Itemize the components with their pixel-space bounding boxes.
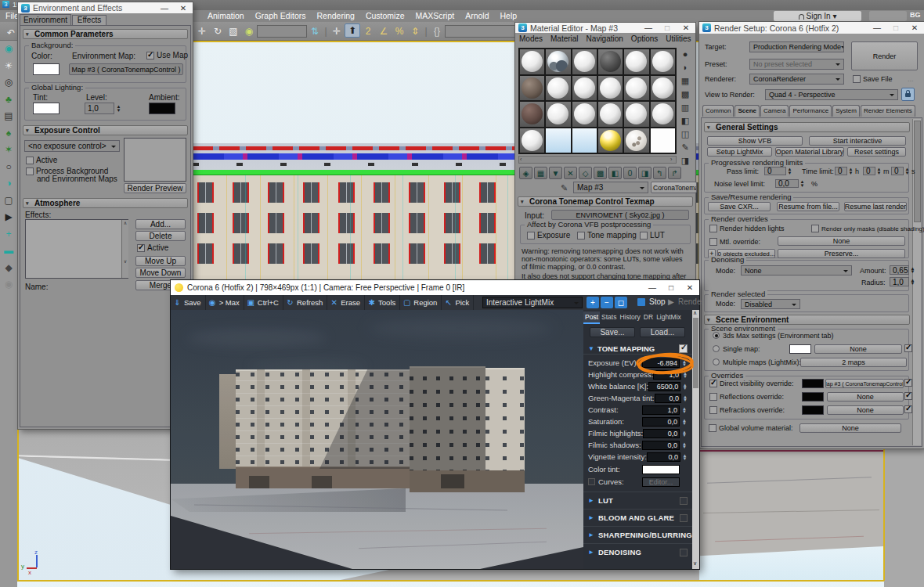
global-volume-button[interactable]: None: [799, 423, 901, 433]
lightmix-maps-button[interactable]: 2 maps: [800, 358, 907, 367]
percent-snap-icon[interactable]: %: [392, 23, 407, 39]
render-preview-button[interactable]: Render Preview: [124, 183, 186, 193]
mtl-nav-icon[interactable]: ✎: [678, 141, 692, 154]
material-slot[interactable]: [624, 49, 648, 74]
minimize-icon[interactable]: —: [868, 23, 886, 32]
vfb-tab-post[interactable]: Post: [583, 312, 600, 324]
sep2[interactable]: |: [423, 23, 429, 39]
vfb-section-bloom-and-glare[interactable]: ►BLOOM AND GLARE: [583, 509, 692, 526]
preset-dropdown[interactable]: No preset selected: [749, 59, 844, 70]
single-map-swatch[interactable]: [789, 344, 811, 354]
close-icon[interactable]: ✕: [677, 23, 695, 32]
material-slot[interactable]: [546, 76, 570, 101]
tonemap-value[interactable]: 6500,0: [648, 382, 680, 391]
material-slot[interactable]: [572, 102, 597, 127]
render-button[interactable]: Render: [851, 41, 918, 70]
start-interactive-button[interactable]: Start interactive: [809, 136, 906, 146]
close-icon[interactable]: ✕: [905, 23, 924, 32]
maximize-icon[interactable]: □: [662, 283, 680, 292]
material-slot[interactable]: [520, 102, 544, 127]
camera-add-icon[interactable]: +: [0, 226, 17, 243]
plant-icon[interactable]: ✶: [0, 142, 17, 159]
material-name-dropdown[interactable]: Map #3: [573, 182, 648, 193]
video-check-icon[interactable]: ▥: [678, 101, 692, 114]
lightmix-dropdown[interactable]: Interactive LightMix: [482, 297, 583, 308]
environment-map-button[interactable]: Map #3 ( CoronaTonemapControl ): [69, 63, 183, 75]
put-library-icon[interactable]: ▩: [594, 167, 607, 179]
vfb-tools-button[interactable]: ✱Tools: [365, 295, 400, 310]
material-slot[interactable]: [651, 128, 675, 153]
backlight-icon[interactable]: ◗: [678, 61, 692, 74]
camera-icon[interactable]: ◎: [0, 74, 17, 92]
material-slot[interactable]: [520, 49, 544, 74]
scale-icon[interactable]: ▧: [226, 23, 241, 39]
3dsmax-settings-radio[interactable]: 3ds Max settings (Environment tab): [713, 332, 834, 340]
tonemap-input-button[interactable]: ENVIROMENT ( Sky02.jpg ): [551, 210, 689, 220]
direct-visibility-swatch[interactable]: [802, 379, 824, 388]
multiple-maps-radio[interactable]: Multiple maps (LightMix):: [713, 358, 801, 366]
vfb-section-denoising[interactable]: ►DENOISING: [583, 543, 692, 560]
snap-move-icon[interactable]: ✛: [329, 23, 345, 39]
sample-type-icon[interactable]: ●: [678, 48, 692, 61]
time-m-field[interactable]: 0: [863, 167, 875, 175]
reflections-enable-checkbox[interactable]: [904, 392, 912, 400]
target-dropdown[interactable]: Production Rendering Mode: [749, 41, 844, 52]
lock-view-icon[interactable]: [901, 88, 915, 101]
single-map-button[interactable]: None: [814, 344, 902, 354]
single-map-enable-checkbox[interactable]: [904, 344, 912, 352]
dialog-titlebar[interactable]: 3 Environment and Effects — ✕: [18, 2, 193, 13]
vfb-save-button[interactable]: ⇓Save: [171, 295, 206, 310]
tonemap-value[interactable]: 0,0: [643, 429, 680, 438]
text-panel-icon[interactable]: ▤: [0, 108, 17, 125]
select-move-icon[interactable]: ✛: [194, 23, 210, 39]
direct-visibility-enable-checkbox[interactable]: [904, 379, 912, 387]
snap-2d-icon[interactable]: 2: [360, 23, 376, 39]
rollout-exposure-control[interactable]: Exposure Control: [23, 125, 188, 135]
vfb-max-button[interactable]: ◉> Max: [206, 295, 244, 310]
close-icon[interactable]: ✕: [680, 283, 699, 292]
material-slot[interactable]: [520, 128, 544, 153]
vfb-tab-dr[interactable]: DR: [642, 312, 655, 322]
tone-mapping-checkbox[interactable]: Tone mapping: [577, 231, 637, 239]
vfb-pick-button[interactable]: ↖Pick: [442, 295, 474, 310]
go-parent-icon[interactable]: ↰: [653, 167, 666, 179]
tab-system[interactable]: System: [832, 105, 860, 117]
show-end-result-icon[interactable]: ◨: [638, 167, 651, 179]
menu-help[interactable]: Help: [495, 10, 523, 22]
menu-navigation[interactable]: Navigation: [583, 33, 627, 45]
vfb-titlebar[interactable]: Corona 6 (Hotfix 2) | 798×469px (1:1) | …: [171, 280, 699, 295]
manip-icon[interactable]: ⇅: [307, 23, 323, 39]
material-slot[interactable]: [598, 102, 623, 127]
tonemap-value[interactable]: 0,0: [642, 441, 680, 450]
move-up-button[interactable]: Move Up: [135, 256, 186, 266]
zoom-reset-icon[interactable]: ◻: [615, 297, 627, 308]
material-slot[interactable]: [598, 128, 623, 153]
exposure-checkbox[interactable]: Exposure: [527, 231, 570, 239]
tone-mapping-checkbox[interactable]: [679, 344, 688, 353]
menu-animation[interactable]: Animation: [202, 10, 250, 22]
tonemap-value[interactable]: 0,0: [655, 394, 682, 403]
select-object-icon[interactable]: ⬆: [345, 23, 360, 38]
vfb-refresh-button[interactable]: ↻Refresh: [283, 295, 327, 310]
menu-arnold[interactable]: Arnold: [460, 10, 494, 22]
direct-visibility-map-button[interactable]: Map #3 ( CoronaTonemapControl ): [825, 379, 904, 388]
pick-material-icon[interactable]: ✎: [561, 183, 568, 193]
spinner-snap-icon[interactable]: ⇕: [407, 23, 423, 39]
render-button-disabled[interactable]: ▶Render: [675, 297, 698, 308]
open-material-library-button[interactable]: Open Material Library: [775, 147, 844, 157]
window-titlebar[interactable]: 3 Render Setup: Corona 6 (Hotfix 2) —□✕: [699, 22, 924, 34]
menu-utilities[interactable]: Utilities: [662, 33, 695, 45]
vfb-erase-button[interactable]: ✕Erase: [327, 295, 365, 310]
single-map-radio[interactable]: Single map:: [713, 345, 760, 353]
window-titlebar[interactable]: 3 Material Editor - Map #3 —□✕: [515, 23, 695, 33]
reset-map-icon[interactable]: ✕: [564, 167, 577, 179]
preserve-button[interactable]: Preserve...: [778, 249, 905, 258]
amount-field[interactable]: 0,65: [890, 265, 909, 275]
tab-render-elements[interactable]: Render Elements: [861, 105, 915, 117]
renderer-dropdown[interactable]: CoronaRenderer: [749, 74, 844, 85]
mtl-override-button[interactable]: None: [778, 236, 905, 246]
refractions-enable-checkbox[interactable]: [904, 405, 912, 413]
save-cxr-button[interactable]: Save CXR...: [708, 202, 771, 211]
menu-rendering[interactable]: Rendering: [311, 10, 359, 22]
delete-effect-button[interactable]: Delete: [135, 231, 186, 241]
